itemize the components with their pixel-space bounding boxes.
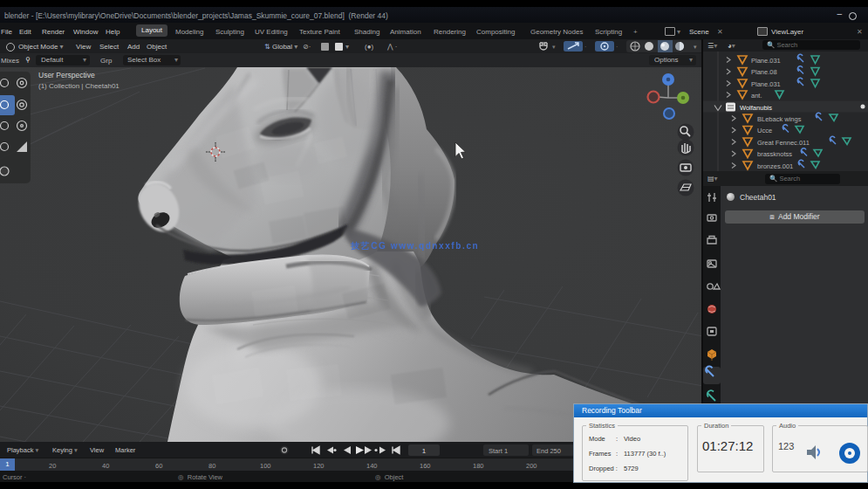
svg-text:Start 1: Start 1 xyxy=(489,447,508,455)
svg-text:bronzes.001: bronzes.001 xyxy=(757,162,793,170)
svg-text:技艺CG www.qdnxxfb.cn: 技艺CG www.qdnxxfb.cn xyxy=(350,241,479,251)
svg-text:ant.: ant. xyxy=(751,92,762,100)
svg-text:1: 1 xyxy=(422,447,427,455)
svg-text:·: · xyxy=(616,44,618,50)
svg-text:Wolfanubis: Wolfanubis xyxy=(740,104,772,112)
svg-text:brassknotss: brassknotss xyxy=(757,150,792,158)
svg-text:Plane.08: Plane.08 xyxy=(751,68,777,76)
svg-text:▾: ▾ xyxy=(694,44,697,50)
svg-text:End 250: End 250 xyxy=(537,447,561,455)
svg-text:Ucce: Ucce xyxy=(757,127,772,134)
svg-text:Great Fennec.011: Great Fennec.011 xyxy=(757,139,810,147)
svg-text:Plane.031: Plane.031 xyxy=(751,57,781,65)
svg-text:User Perspective: User Perspective xyxy=(38,71,95,79)
svg-text:Plane.031: Plane.031 xyxy=(751,80,781,88)
svg-text:(1) Collection | Cheetah01: (1) Collection | Cheetah01 xyxy=(38,82,120,90)
svg-text:▾: ▾ xyxy=(552,44,556,50)
svg-text:·: · xyxy=(584,44,586,50)
svg-text:BLeback wings: BLeback wings xyxy=(757,115,802,123)
